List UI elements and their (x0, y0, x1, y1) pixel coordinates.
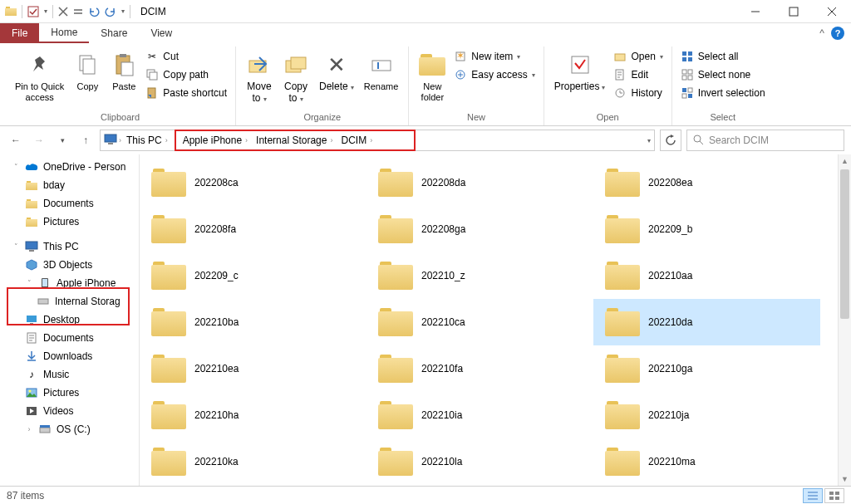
cut-button[interactable]: ✂Cut (145, 48, 227, 65)
folder-item[interactable]: 202210ba (140, 299, 366, 345)
folder-item[interactable]: 202210ka (140, 438, 366, 485)
details-view-button[interactable] (803, 488, 823, 503)
sidebar-documents[interactable]: Documents (0, 194, 139, 213)
copy-to-button[interactable]: Copy to ▾ (278, 46, 314, 110)
folder-item[interactable]: 202209_c (140, 252, 366, 299)
folder-item[interactable]: 202210ha (140, 392, 366, 438)
pin-icon (28, 50, 52, 80)
minimize-button[interactable] (736, 0, 775, 23)
folder-icon (378, 448, 413, 476)
sidebar-3d-objects[interactable]: 3D Objects (0, 256, 139, 274)
history-button[interactable]: History (613, 85, 662, 101)
sidebar-onedrive[interactable]: ˅OneDrive - Person (0, 158, 139, 176)
scroll-down-icon[interactable]: ▼ (839, 472, 851, 486)
crumb-internal-storage[interactable]: Internal Storage› (253, 135, 336, 146)
sidebar-pictures2[interactable]: Pictures (0, 384, 139, 402)
folder-item[interactable]: 202210ea (140, 345, 366, 392)
easy-access-button[interactable]: Easy access ▾ (454, 66, 534, 83)
folder-item[interactable]: 202210_z (366, 252, 593, 299)
forward-button[interactable]: → (30, 131, 48, 149)
folder-item[interactable]: 202210ga (593, 345, 820, 392)
view-tab[interactable]: View (139, 23, 184, 43)
collapse-ribbon-icon[interactable]: ^ (819, 27, 824, 39)
select-all-button[interactable]: Select all (681, 48, 765, 65)
address-bar-right[interactable]: ▾ (416, 130, 655, 151)
folder-item[interactable]: 202210da (593, 299, 820, 345)
copy-button[interactable]: Copy (69, 46, 106, 110)
scroll-up-icon[interactable]: ▲ (839, 154, 851, 168)
undo-icon[interactable] (88, 6, 100, 17)
select-none-button[interactable]: Select none (681, 66, 765, 83)
paste-shortcut-icon (145, 86, 159, 100)
paste-shortcut-button[interactable]: Paste shortcut (145, 85, 227, 101)
address-bar-left[interactable]: › This PC› (100, 130, 175, 151)
close-qat-icon[interactable] (58, 7, 68, 17)
folder-item[interactable]: 202208da (366, 159, 593, 206)
folder-item[interactable]: 202208ga (366, 206, 593, 252)
folder-item[interactable]: 202208ca (140, 159, 366, 206)
large-icons-view-button[interactable] (824, 488, 844, 503)
up-button[interactable]: ↑ (76, 131, 95, 149)
search-input[interactable]: Search DCIM (686, 130, 844, 151)
folder-item[interactable]: 202210ja (593, 392, 820, 438)
folder-item[interactable]: 202210aa (593, 252, 820, 299)
rename-button[interactable]: Rename (359, 46, 404, 110)
file-tab[interactable]: File (0, 23, 39, 43)
folder-item[interactable]: 202210la (366, 438, 593, 485)
checkbox-icon[interactable] (27, 6, 39, 17)
crumb-dcim[interactable]: DCIM› (337, 135, 376, 146)
folder-item[interactable]: 202210ca (366, 299, 593, 345)
home-tab[interactable]: Home (39, 23, 89, 43)
svg-rect-0 (28, 7, 38, 17)
sidebar-videos[interactable]: Videos (0, 402, 139, 420)
recent-dropdown[interactable]: ▾ (53, 131, 71, 149)
scroll-thumb[interactable] (840, 169, 849, 319)
svg-rect-1 (790, 7, 798, 16)
address-bar-highlighted[interactable]: Apple iPhone› Internal Storage› DCIM› (175, 130, 416, 151)
move-to-button[interactable]: Move to ▾ (241, 46, 278, 110)
folder-item[interactable]: 202210ia (366, 392, 593, 438)
share-tab[interactable]: Share (89, 23, 139, 43)
redo-icon[interactable] (105, 6, 116, 17)
folder-item[interactable]: 202210fa (366, 345, 593, 392)
qat-dropdown-icon[interactable]: ▾ (44, 7, 47, 15)
edit-button[interactable]: Edit (613, 66, 662, 83)
properties-button[interactable]: Properties ▾ (549, 46, 611, 110)
rename-icon (371, 50, 392, 80)
new-item-button[interactable]: ✶New item ▾ (454, 48, 534, 65)
equals-icon[interactable] (73, 7, 83, 17)
sidebar-bday[interactable]: bday (0, 176, 139, 194)
qat-more-icon[interactable]: ▾ (121, 7, 125, 15)
open-button[interactable]: Open ▾ (613, 48, 662, 65)
sidebar-pictures[interactable]: Pictures (0, 213, 139, 231)
pin-to-quick-access-button[interactable]: Pin to Quick access (10, 46, 69, 110)
address-dropdown-icon[interactable]: ▾ (647, 137, 651, 144)
folder-icon (151, 262, 186, 290)
crumb-this-pc[interactable]: This PC› (123, 135, 171, 146)
close-button[interactable] (813, 0, 851, 23)
refresh-button[interactable] (660, 130, 681, 151)
svg-rect-37 (26, 242, 37, 249)
new-folder-button[interactable]: New folder (414, 46, 450, 110)
paste-button[interactable]: Paste (106, 46, 142, 110)
copy-path-button[interactable]: Copy path (145, 66, 227, 83)
folder-icon (378, 169, 413, 197)
crumb-apple-iphone[interactable]: Apple iPhone› (180, 135, 251, 146)
folder-item[interactable]: 202210ma (593, 438, 820, 485)
scrollbar[interactable]: ▲ ▼ (838, 154, 851, 486)
sidebar-documents2[interactable]: Documents (0, 329, 139, 347)
invert-selection-button[interactable]: Invert selection (681, 85, 765, 101)
delete-button[interactable]: ✕ Delete ▾ (314, 46, 359, 110)
folder-item[interactable]: 202208fa (140, 206, 366, 252)
folder-item[interactable]: 202208ea (593, 159, 820, 206)
sidebar-this-pc[interactable]: ˅This PC (0, 237, 139, 256)
help-icon[interactable]: ? (831, 27, 844, 40)
maximize-button[interactable] (775, 0, 813, 23)
new-item-icon: ✶ (454, 50, 467, 63)
back-button[interactable]: ← (7, 131, 25, 149)
search-icon (692, 134, 704, 148)
sidebar-music[interactable]: ♪Music (0, 365, 139, 384)
sidebar-downloads[interactable]: Downloads (0, 347, 139, 365)
folder-item[interactable]: 202209_b (593, 206, 820, 252)
sidebar-os-c[interactable]: ›OS (C:) (0, 420, 139, 438)
